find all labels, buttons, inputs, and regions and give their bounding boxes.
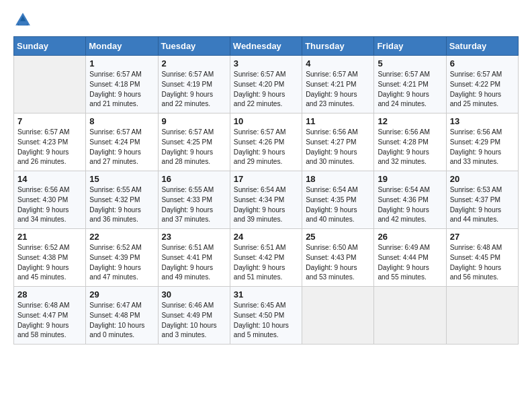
day-cell: 7Sunrise: 6:57 AM Sunset: 4:23 PM Daylig…	[14, 113, 86, 171]
day-cell: 22Sunrise: 6:52 AM Sunset: 4:39 PM Dayli…	[86, 229, 158, 287]
day-info: Sunrise: 6:57 AM Sunset: 4:21 PM Dayligh…	[306, 70, 371, 109]
day-number: 19	[378, 174, 443, 184]
day-cell: 8Sunrise: 6:57 AM Sunset: 4:24 PM Daylig…	[86, 113, 158, 171]
col-sunday: Sunday	[14, 37, 86, 56]
day-cell: 19Sunrise: 6:54 AM Sunset: 4:36 PM Dayli…	[374, 171, 446, 229]
day-info: Sunrise: 6:57 AM Sunset: 4:21 PM Dayligh…	[378, 70, 443, 109]
day-cell: 18Sunrise: 6:54 AM Sunset: 4:35 PM Dayli…	[302, 171, 374, 229]
day-number: 4	[306, 58, 371, 68]
day-number: 7	[17, 116, 83, 126]
day-info: Sunrise: 6:57 AM Sunset: 4:26 PM Dayligh…	[234, 128, 299, 167]
day-number: 3	[234, 58, 299, 68]
col-monday: Monday	[86, 37, 158, 56]
day-info: Sunrise: 6:57 AM Sunset: 4:22 PM Dayligh…	[450, 70, 515, 109]
day-number: 18	[306, 174, 371, 184]
day-number: 20	[450, 174, 515, 184]
logo	[13, 11, 35, 30]
day-cell	[302, 287, 374, 345]
day-number: 16	[162, 174, 227, 184]
day-info: Sunrise: 6:46 AM Sunset: 4:49 PM Dayligh…	[162, 301, 227, 340]
day-number: 17	[234, 174, 299, 184]
day-number: 28	[17, 289, 83, 300]
day-info: Sunrise: 6:53 AM Sunset: 4:37 PM Dayligh…	[450, 185, 515, 225]
day-cell: 5Sunrise: 6:57 AM Sunset: 4:21 PM Daylig…	[374, 56, 446, 113]
day-number: 9	[162, 116, 227, 126]
day-number: 23	[162, 232, 227, 242]
day-info: Sunrise: 6:47 AM Sunset: 4:48 PM Dayligh…	[89, 301, 154, 340]
day-number: 10	[234, 116, 299, 126]
day-cell: 20Sunrise: 6:53 AM Sunset: 4:37 PM Dayli…	[446, 171, 518, 229]
day-cell: 10Sunrise: 6:57 AM Sunset: 4:26 PM Dayli…	[230, 113, 302, 171]
week-row-1: 1Sunrise: 6:57 AM Sunset: 4:18 PM Daylig…	[14, 56, 519, 113]
day-info: Sunrise: 6:49 AM Sunset: 4:44 PM Dayligh…	[378, 243, 443, 283]
calendar-table: SundayMondayTuesdayWednesdayThursdayFrid…	[13, 36, 519, 345]
day-info: Sunrise: 6:57 AM Sunset: 4:19 PM Dayligh…	[162, 70, 227, 109]
day-number: 14	[17, 174, 83, 184]
day-number: 5	[378, 58, 443, 68]
col-thursday: Thursday	[302, 37, 374, 56]
day-info: Sunrise: 6:50 AM Sunset: 4:43 PM Dayligh…	[306, 243, 371, 283]
day-number: 6	[450, 58, 515, 68]
day-number: 15	[89, 174, 154, 184]
svg-rect-2	[19, 21, 27, 26]
day-number: 30	[162, 289, 227, 300]
week-row-4: 21Sunrise: 6:52 AM Sunset: 4:38 PM Dayli…	[14, 229, 519, 287]
day-cell: 26Sunrise: 6:49 AM Sunset: 4:44 PM Dayli…	[374, 229, 446, 287]
day-info: Sunrise: 6:48 AM Sunset: 4:47 PM Dayligh…	[17, 301, 83, 340]
day-cell: 1Sunrise: 6:57 AM Sunset: 4:18 PM Daylig…	[86, 56, 158, 113]
day-cell	[374, 287, 446, 345]
day-number: 22	[89, 232, 154, 242]
week-row-5: 28Sunrise: 6:48 AM Sunset: 4:47 PM Dayli…	[14, 287, 519, 345]
day-cell: 25Sunrise: 6:50 AM Sunset: 4:43 PM Dayli…	[302, 229, 374, 287]
day-cell: 28Sunrise: 6:48 AM Sunset: 4:47 PM Dayli…	[14, 287, 86, 345]
day-cell: 15Sunrise: 6:55 AM Sunset: 4:32 PM Dayli…	[86, 171, 158, 229]
day-cell: 2Sunrise: 6:57 AM Sunset: 4:19 PM Daylig…	[158, 56, 230, 113]
day-info: Sunrise: 6:56 AM Sunset: 4:28 PM Dayligh…	[378, 128, 443, 167]
col-friday: Friday	[374, 37, 446, 56]
day-info: Sunrise: 6:54 AM Sunset: 4:34 PM Dayligh…	[234, 185, 299, 225]
day-cell: 3Sunrise: 6:57 AM Sunset: 4:20 PM Daylig…	[230, 56, 302, 113]
day-cell: 9Sunrise: 6:57 AM Sunset: 4:25 PM Daylig…	[158, 113, 230, 171]
day-info: Sunrise: 6:52 AM Sunset: 4:38 PM Dayligh…	[17, 243, 83, 283]
day-number: 21	[17, 232, 83, 242]
day-number: 2	[162, 58, 227, 68]
day-cell	[14, 56, 86, 113]
day-cell: 23Sunrise: 6:51 AM Sunset: 4:41 PM Dayli…	[158, 229, 230, 287]
day-cell	[446, 287, 518, 345]
day-info: Sunrise: 6:45 AM Sunset: 4:50 PM Dayligh…	[234, 301, 299, 340]
day-number: 24	[234, 232, 299, 242]
day-number: 11	[306, 116, 371, 126]
day-cell: 17Sunrise: 6:54 AM Sunset: 4:34 PM Dayli…	[230, 171, 302, 229]
day-info: Sunrise: 6:56 AM Sunset: 4:30 PM Dayligh…	[17, 185, 83, 225]
day-info: Sunrise: 6:51 AM Sunset: 4:41 PM Dayligh…	[162, 243, 227, 283]
day-info: Sunrise: 6:57 AM Sunset: 4:23 PM Dayligh…	[17, 128, 83, 167]
day-cell: 4Sunrise: 6:57 AM Sunset: 4:21 PM Daylig…	[302, 56, 374, 113]
day-number: 12	[378, 116, 443, 126]
logo-icon	[13, 11, 32, 30]
col-saturday: Saturday	[446, 37, 518, 56]
day-number: 1	[89, 58, 154, 68]
day-cell: 21Sunrise: 6:52 AM Sunset: 4:38 PM Dayli…	[14, 229, 86, 287]
week-row-3: 14Sunrise: 6:56 AM Sunset: 4:30 PM Dayli…	[14, 171, 519, 229]
day-cell: 6Sunrise: 6:57 AM Sunset: 4:22 PM Daylig…	[446, 56, 518, 113]
day-cell: 24Sunrise: 6:51 AM Sunset: 4:42 PM Dayli…	[230, 229, 302, 287]
day-info: Sunrise: 6:54 AM Sunset: 4:35 PM Dayligh…	[306, 185, 371, 225]
day-cell: 30Sunrise: 6:46 AM Sunset: 4:49 PM Dayli…	[158, 287, 230, 345]
week-row-2: 7Sunrise: 6:57 AM Sunset: 4:23 PM Daylig…	[14, 113, 519, 171]
day-info: Sunrise: 6:48 AM Sunset: 4:45 PM Dayligh…	[450, 243, 515, 283]
day-info: Sunrise: 6:57 AM Sunset: 4:25 PM Dayligh…	[162, 128, 227, 167]
page: SundayMondayTuesdayWednesdayThursdayFrid…	[0, 0, 532, 411]
day-number: 13	[450, 116, 515, 126]
day-number: 31	[234, 289, 299, 300]
day-cell: 13Sunrise: 6:56 AM Sunset: 4:29 PM Dayli…	[446, 113, 518, 171]
day-number: 8	[89, 116, 154, 126]
day-info: Sunrise: 6:55 AM Sunset: 4:32 PM Dayligh…	[89, 185, 154, 225]
day-info: Sunrise: 6:55 AM Sunset: 4:33 PM Dayligh…	[162, 185, 227, 225]
day-info: Sunrise: 6:56 AM Sunset: 4:27 PM Dayligh…	[306, 128, 371, 167]
day-cell: 31Sunrise: 6:45 AM Sunset: 4:50 PM Dayli…	[230, 287, 302, 345]
col-tuesday: Tuesday	[158, 37, 230, 56]
col-wednesday: Wednesday	[230, 37, 302, 56]
day-number: 25	[306, 232, 371, 242]
day-number: 29	[89, 289, 154, 300]
day-cell: 14Sunrise: 6:56 AM Sunset: 4:30 PM Dayli…	[14, 171, 86, 229]
